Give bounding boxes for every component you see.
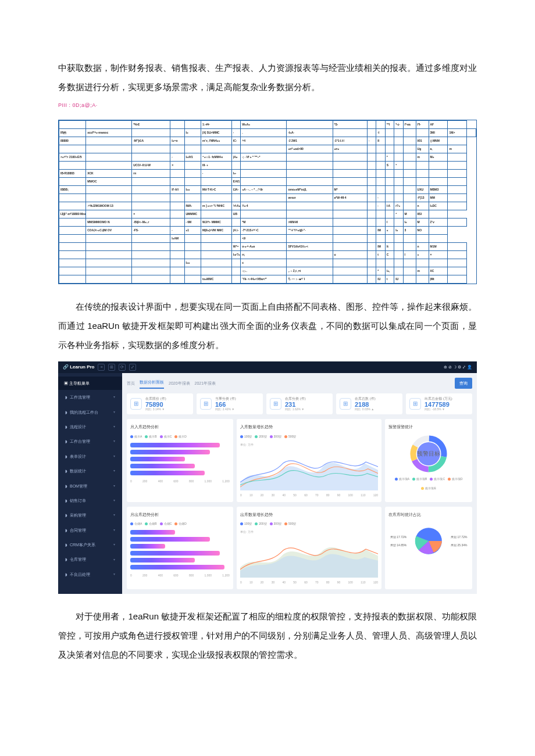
- report-grid-image: *%·E1:·##-W«A«*S·**I*·c·l*·eaI*I·AFIR的xc…: [58, 120, 477, 284]
- donut-chart: 预警目标: [388, 433, 469, 474]
- panel-legend: 仓储A仓储B仓储C仓储D: [130, 521, 230, 527]
- kpi-card: ⊞在库分类 (件)231同比: 1.62% ▼: [266, 393, 333, 414]
- panel-title: 出库数量增长趋势: [240, 510, 378, 519]
- wave-chart: [240, 450, 378, 490]
- sidebar-item: ◗数据统计▾: [58, 464, 122, 478]
- kpi-row: ⊞在库限价 (件)75890同比: 3.14% ▼⊞当事分类 (件)166同比:…: [127, 393, 472, 414]
- panel-legend: 100型200型300型500型: [240, 433, 378, 440]
- bar-chart: [130, 442, 230, 476]
- sidebar-item: ◗合同管理▾: [58, 523, 122, 538]
- panel-legend: 提示项A提示项B提示项C提示项D提示项E: [388, 476, 469, 492]
- kpi-card: ⊞在库总数 (件)2188同比: 0.03% ▲: [336, 393, 402, 414]
- panel-row-1: 月入库趋势分析 提示A提示B提示C提示D 02004006008001,0001…: [127, 419, 472, 501]
- panel-row-2: 月出库趋势分析 仓储A仓储B仓储C仓储D 02004006008001,0001…: [127, 507, 472, 589]
- dashboard-image: 🔗 Learun Pro ≡ ⊞ ⟳ ⤢ ⊕ ⊘ ☽ ⚙ ⤢ 👤 ▣ 主导航菜单…: [58, 361, 477, 594]
- panel-bar-out: 月出库趋势分析 仓储A仓储B仓储C仓储D 02004006008001,0001…: [127, 507, 233, 589]
- query-button: 查询: [455, 378, 472, 389]
- panel-pie: 在库库时统计占比 类别 17.72%类型 14.85% 类别 17.72%类别 …: [385, 507, 472, 589]
- topbar-right-icon: ⊕ ⊘ ☽ ⚙ ⤢ 👤: [444, 363, 472, 371]
- sidebar-item: ◗不良品处理▾: [58, 567, 122, 582]
- paragraph-2: 在传统的报表设计界面中，想要实现在同一页面上自由搭配不同表格、图形、控件等，操作…: [58, 297, 477, 354]
- panel-legend: 100型200型300型500型: [240, 521, 378, 527]
- wave-chart: [240, 537, 378, 578]
- kpi-card: ⊞在库限价 (件)75890同比: 3.14% ▼: [127, 393, 193, 414]
- axis: 02004006008001,0001,200: [130, 572, 230, 579]
- tab-active: 数据分析面板: [140, 378, 164, 389]
- dashboard-tabs: 首页 数据分析面板 2020年报表 2021年报表 查询: [127, 378, 472, 389]
- panel-wave-in: 入库数量增长趋势 100型200型300型500型 单位: 万件 0102030…: [237, 419, 381, 501]
- panel-bar-in: 月入库趋势分析 提示A提示B提示C提示D 02004006008001,0001…: [127, 419, 233, 501]
- topbar-icon: ⤢: [129, 364, 136, 371]
- svg-text:预警目标: 预警目标: [417, 450, 440, 457]
- panel-donut: 预警报警统计 预警目标 提示项A提示项B提示项C提示项D提示项E: [385, 419, 472, 501]
- axis: 02004006008001,0001,200: [130, 478, 230, 485]
- dashboard-body: 首页 数据分析面板 2020年报表 2021年报表 查询 ⊞在库限价 (件)75…: [122, 373, 477, 594]
- tab: 2020年报表: [169, 379, 190, 388]
- sidebar-item: ◗流程设计▾: [58, 420, 122, 434]
- topbar-icon: ≡: [98, 364, 105, 371]
- pink-annotation: PIII : 0D;a@;A·: [58, 100, 477, 112]
- panel-title: 入库数量增长趋势: [240, 422, 378, 431]
- panel-title: 预警报警统计: [388, 422, 469, 431]
- dashboard-logo: 🔗 Learun Pro: [63, 362, 94, 372]
- sidebar-item: ◗BOM管理▾: [58, 479, 122, 493]
- pie-chart: 类别 17.72%类型 14.85% 类别 17.72%类别 25.34%: [388, 521, 469, 561]
- tab: 首页: [127, 379, 135, 388]
- paragraph-1: 中获取数据，制作财务报表、销售报表、生产报表、人力资源报表等与经营业绩相关的报表…: [58, 58, 477, 96]
- sidebar-item: ◗表单设计▾: [58, 449, 122, 464]
- panel-legend: 提示A提示B提示C提示D: [130, 433, 230, 440]
- kpi-card: ⊞出库总金额 (万元)1477589同比: -18.5% ▼: [406, 393, 472, 414]
- panel-title: 月出库趋势分析: [130, 510, 230, 519]
- bar-chart: [130, 529, 230, 571]
- panel-wave-out: 出库数量增长趋势 100型200型300型500型 单位: 万件 0102030…: [237, 507, 381, 589]
- sidebar-item: ◗CRM客户关系▾: [58, 538, 122, 552]
- sidebar-item: ◗工作流管理▾: [58, 390, 122, 404]
- sidebar-item: ◗工作台管理▾: [58, 434, 122, 449]
- panel-title: 月入库趋势分析: [130, 422, 230, 431]
- dashboard-topbar: 🔗 Learun Pro ≡ ⊞ ⟳ ⤢ ⊕ ⊘ ☽ ⚙ ⤢ 👤: [58, 361, 477, 373]
- sidebar-item: ◗仓库管理▾: [58, 552, 122, 567]
- sidebar-item: ◗采购管理▾: [58, 508, 122, 522]
- sidebar-item: ◗销售订单▾: [58, 493, 122, 508]
- axis: 0102030405060708090100110120: [240, 492, 378, 499]
- axis: 0102030405060708090100110120: [240, 579, 378, 586]
- kpi-card: ⊞当事分类 (件)166同比: 2.42% ▼: [197, 393, 263, 414]
- sidebar-item: ◗我的流程工作台▾: [58, 405, 122, 420]
- topbar-icon: ⊞: [108, 364, 115, 371]
- panel-sub: 单位: 万件: [240, 529, 378, 535]
- dashboard-sidebar: ▣ 主导航菜单 ◗工作流管理▾◗我的流程工作台▾◗流程设计▾◗工作台管理▾◗表单…: [58, 373, 122, 594]
- tab: 2021年报表: [195, 379, 216, 388]
- sidebar-header: ▣ 主导航菜单: [58, 377, 122, 390]
- panel-title: 在库库时统计占比: [388, 510, 469, 519]
- topbar-icon: ⟳: [119, 364, 126, 371]
- paragraph-3: 对于使用者，1eaRun 敏捷开发框架还配置了相应的细粒度的权限管控，支持报表的…: [58, 607, 477, 664]
- panel-sub: 单位: 万件: [240, 442, 378, 448]
